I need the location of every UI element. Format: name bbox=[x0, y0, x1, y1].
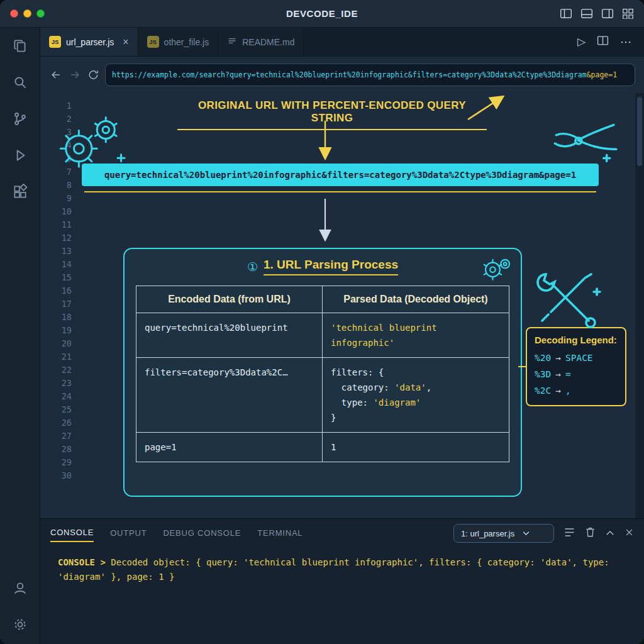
diagram-heading: ORIGINAL URL WITH PERCENT-ENCODED QUERY … bbox=[177, 99, 487, 130]
tab-other-file[interactable]: JS other_file.js bbox=[138, 28, 219, 56]
output-actions-icon[interactable] bbox=[564, 527, 575, 540]
gears-icon bbox=[55, 114, 126, 171]
split-editor-icon[interactable] bbox=[597, 35, 609, 48]
account-icon[interactable] bbox=[12, 580, 28, 599]
log-message: Decoded object: { query: 'technical blue… bbox=[58, 557, 609, 582]
search-icon[interactable] bbox=[12, 74, 28, 93]
line-number: 10 bbox=[40, 205, 72, 218]
traffic-lights bbox=[10, 9, 45, 18]
chevron-down-icon bbox=[522, 529, 530, 538]
scrollbar-thumb[interactable] bbox=[637, 97, 642, 166]
toggle-panel-icon[interactable] bbox=[580, 8, 593, 19]
tab-label: README.md bbox=[242, 37, 294, 47]
tab-url-parser[interactable]: JS url_parser.js × bbox=[40, 28, 138, 56]
url-page-param: &page=1 bbox=[587, 70, 617, 79]
line-number: 27 bbox=[40, 430, 72, 443]
line-number: 21 bbox=[40, 350, 72, 364]
console-tab[interactable]: OUTPUT bbox=[110, 525, 147, 541]
reload-icon[interactable] bbox=[87, 69, 100, 81]
line-number: 25 bbox=[40, 403, 72, 416]
line-number: 24 bbox=[40, 390, 72, 403]
legend-title: Decoding Legend: bbox=[535, 335, 618, 345]
table-cell-encoded-page: page=1 bbox=[136, 433, 323, 462]
run-file-icon[interactable]: ▷ bbox=[577, 35, 586, 48]
table-cell-encoded-filters: filters=category%3Ddata%2C… bbox=[136, 358, 323, 433]
url-parsing-panel: ① 1. URL Parsing Process bbox=[123, 248, 522, 497]
line-number: 1 bbox=[40, 99, 72, 113]
window-title: DEVCODE_IDE bbox=[0, 8, 644, 19]
url-bar: https://example.com/search?query=technic… bbox=[40, 57, 644, 93]
line-number: 17 bbox=[40, 297, 72, 311]
extensions-icon[interactable] bbox=[12, 184, 28, 203]
url-text: https://example.com/search?query=technic… bbox=[112, 70, 587, 79]
table-cell-parsed-page: 1 bbox=[323, 433, 509, 462]
run-debug-icon[interactable] bbox=[12, 147, 28, 166]
back-icon[interactable] bbox=[49, 69, 63, 81]
log-prefix: CONSOLE > bbox=[58, 557, 106, 567]
line-number: 18 bbox=[40, 311, 72, 324]
console-panel: CONSOLEOUTPUTDEBUG CONSOLETERMINAL 1: ur… bbox=[40, 518, 644, 644]
console-tab[interactable]: DEBUG CONSOLE bbox=[163, 525, 241, 541]
line-number: 9 bbox=[40, 192, 72, 205]
forward-icon[interactable] bbox=[68, 69, 82, 81]
console-process-dropdown[interactable]: 1: url_parser.js bbox=[453, 524, 554, 543]
line-number: 11 bbox=[40, 218, 72, 231]
line-number: 29 bbox=[40, 456, 72, 469]
close-panel-icon[interactable] bbox=[625, 528, 634, 540]
toggle-secondary-sidebar-icon[interactable] bbox=[601, 8, 614, 19]
legend-item: %3D→= bbox=[535, 366, 618, 382]
table-cell-parsed-filters: filters: { category: 'data', type: 'diag… bbox=[323, 358, 509, 433]
diagram-canvas: ORIGINAL URL WITH PERCENT-ENCODED QUERY … bbox=[83, 93, 635, 518]
url-input[interactable]: https://example.com/search?query=technic… bbox=[105, 64, 635, 86]
close-window-button[interactable] bbox=[10, 9, 18, 18]
console-tab-bar: CONSOLEOUTPUTDEBUG CONSOLETERMINAL 1: ur… bbox=[40, 519, 644, 548]
layout-grid-icon[interactable] bbox=[622, 8, 634, 19]
js-file-icon: JS bbox=[49, 36, 61, 48]
line-number: 30 bbox=[40, 469, 72, 482]
line-number: 16 bbox=[40, 284, 72, 297]
line-number: 26 bbox=[40, 416, 72, 430]
line-number: 28 bbox=[40, 443, 72, 456]
encoded-bar-underline bbox=[84, 191, 596, 192]
line-number: 14 bbox=[40, 258, 72, 271]
markdown-file-icon bbox=[227, 36, 237, 48]
line-number: 19 bbox=[40, 324, 72, 337]
console-tab[interactable]: TERMINAL bbox=[257, 525, 303, 541]
line-number: 23 bbox=[40, 377, 72, 390]
tab-readme[interactable]: README.md bbox=[218, 28, 304, 56]
table-cell-encoded-query: query=technical%20blueprint bbox=[136, 313, 323, 358]
title-bar: DEVCODE_IDE bbox=[0, 0, 644, 28]
step-one-badge: ① bbox=[247, 260, 258, 274]
toggle-sidebar-icon[interactable] bbox=[560, 8, 572, 19]
wrench-screwdriver-icon bbox=[533, 269, 601, 332]
editor-pane: 1234578910111213141516171819202122232425… bbox=[40, 93, 644, 518]
tab-label: other_file.js bbox=[164, 37, 209, 47]
main-column: JS url_parser.js × JS other_file.js READ… bbox=[40, 28, 644, 644]
line-number: 22 bbox=[40, 364, 72, 377]
editor-scrollbar[interactable] bbox=[635, 93, 644, 518]
dropdown-value: 1: url_parser.js bbox=[461, 529, 514, 538]
clear-console-icon[interactable] bbox=[585, 526, 596, 540]
zoom-window-button[interactable] bbox=[36, 9, 45, 18]
activity-bar bbox=[0, 28, 40, 644]
table-header-parsed: Parsed Data (Decoded Object) bbox=[323, 286, 509, 313]
panel-title: 1. URL Parsing Process bbox=[264, 258, 398, 275]
minimize-window-button[interactable] bbox=[23, 9, 31, 18]
line-number: 15 bbox=[40, 271, 72, 284]
more-actions-icon[interactable]: ⋯ bbox=[620, 35, 633, 49]
console-output: CONSOLE > Decoded object: { query: 'tech… bbox=[40, 548, 628, 592]
settings-gear-icon[interactable] bbox=[12, 616, 28, 635]
collapse-panel-icon[interactable] bbox=[605, 528, 615, 539]
js-file-icon: JS bbox=[147, 36, 159, 48]
close-tab-icon[interactable]: × bbox=[123, 37, 128, 47]
pliers-icon bbox=[547, 118, 618, 166]
source-control-icon[interactable] bbox=[12, 111, 28, 130]
encoded-query-bar: query=technical%20blueprint%20infographi… bbox=[82, 164, 599, 186]
line-number: 12 bbox=[40, 231, 72, 245]
line-number: 8 bbox=[40, 179, 72, 192]
gear-icon bbox=[479, 255, 512, 283]
table-cell-parsed-query: 'technical blueprint infographic' bbox=[323, 313, 509, 358]
explorer-icon[interactable] bbox=[12, 38, 28, 57]
editor-tab-bar: JS url_parser.js × JS other_file.js READ… bbox=[40, 28, 644, 57]
console-tab[interactable]: CONSOLE bbox=[50, 525, 94, 542]
